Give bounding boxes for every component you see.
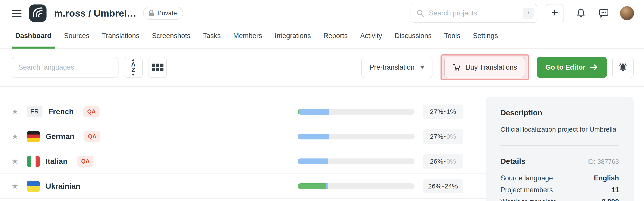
language-row[interactable]: ★ German QA 27% • 0% [0, 124, 486, 149]
go-to-editor-button[interactable]: Go to Editor [537, 57, 607, 78]
detail-label: Words to translate [500, 198, 556, 201]
create-project-button[interactable]: + [546, 4, 564, 22]
translated-segment [298, 158, 328, 164]
bullet-separator: • [444, 134, 446, 139]
qa-issues-badge[interactable]: QA [77, 156, 94, 167]
pre-translation-button[interactable]: Pre-translation [361, 57, 432, 78]
progress-label: 26% • 24% [422, 179, 463, 193]
language-flag [27, 156, 40, 167]
star-icon[interactable]: ★ [12, 182, 22, 190]
shortcut-hint: / [523, 8, 534, 19]
project-updates-button[interactable] [612, 57, 634, 78]
language-flag [27, 181, 40, 192]
notifications-button[interactable] [575, 8, 587, 19]
tab-dashboard[interactable]: Dashboard [12, 27, 55, 48]
project-details-card: Description Official localization projec… [486, 97, 634, 201]
lock-icon [148, 10, 155, 17]
language-search[interactable] [12, 57, 118, 78]
detail-label: Source language [500, 174, 553, 182]
menu-button[interactable] [12, 10, 22, 17]
description-title: Description [500, 108, 619, 117]
detail-value: 11 [612, 186, 619, 194]
tab-tools[interactable]: Tools [440, 27, 464, 48]
star-icon[interactable]: ★ [12, 133, 22, 140]
arrow-right-icon [590, 64, 598, 71]
language-flag [27, 131, 40, 142]
project-nav: Dashboard Sources Translations Screensho… [0, 27, 644, 49]
sort-languages-button[interactable]: A Z [124, 57, 143, 78]
divider [500, 145, 619, 146]
avatar[interactable] [620, 6, 634, 20]
bullet-separator: • [444, 109, 446, 115]
project-search-input[interactable] [428, 9, 520, 18]
tab-tasks[interactable]: Tasks [200, 27, 224, 48]
bell-icon [575, 8, 587, 19]
crowdin-project-dashboard: m.ross / Umbrel… Private / + [0, 0, 644, 201]
detail-row: Words to translate 2 898 [500, 198, 619, 201]
language-name: French [48, 107, 74, 116]
progress-label: 27% • 0% [422, 129, 463, 144]
pre-translation-label: Pre-translation [370, 63, 414, 71]
qa-issues-badge[interactable]: QA [84, 131, 100, 142]
messages-button[interactable] [598, 8, 610, 19]
chevron-down-icon [420, 66, 424, 69]
main-content: ★ FR French QA 27% • 1% ★ German QA 27% … [0, 87, 644, 201]
tab-integrations[interactable]: Integrations [271, 27, 314, 48]
search-icon [416, 9, 425, 18]
tab-translations[interactable]: Translations [98, 27, 143, 48]
detail-row: Source language English [500, 174, 619, 182]
progress-bar [298, 134, 414, 139]
tab-discussions[interactable]: Discussions [391, 27, 435, 48]
buy-translations-label: Buy Translations [466, 63, 517, 71]
annotation-highlight: Buy Translations [440, 54, 529, 80]
detail-value: English [594, 174, 619, 182]
crowdin-logo-icon[interactable] [29, 5, 46, 22]
progress-label: 26% • 0% [422, 154, 463, 168]
description-text: Official localization project for Umbrel… [500, 126, 619, 133]
progress-label: 27% • 1% [422, 105, 463, 119]
details-title: Details [500, 157, 526, 166]
ringing-bell-icon [617, 62, 629, 73]
sort-alphabetical-icon: A Z [131, 59, 136, 76]
breadcrumb[interactable]: m.ross / Umbrel… [54, 8, 136, 19]
grid-icon [152, 64, 164, 71]
grid-view-button[interactable] [148, 57, 167, 78]
detail-value: 2 898 [602, 198, 619, 201]
bullet-separator: • [442, 183, 444, 189]
language-row[interactable]: ★ Italian QA 26% • 0% [0, 149, 486, 174]
detail-label: Project members [500, 186, 553, 194]
language-list: ★ FR French QA 27% • 1% ★ German QA 27% … [0, 99, 486, 199]
detail-row: Project members 11 [500, 186, 619, 194]
progress-bar [298, 183, 414, 189]
tab-activity[interactable]: Activity [357, 27, 386, 48]
top-header: m.ross / Umbrel… Private / + [0, 0, 644, 27]
language-row[interactable]: ★ Ukrainian 26% • 24% [0, 174, 486, 199]
tab-reports[interactable]: Reports [320, 27, 351, 48]
dashboard-toolbar: A Z Pre-translation Buy Translations [0, 49, 644, 87]
cart-icon [452, 63, 462, 72]
bullet-separator: • [444, 158, 446, 164]
approved-segment [298, 109, 300, 115]
tab-members[interactable]: Members [230, 27, 266, 48]
go-to-editor-label: Go to Editor [546, 63, 586, 71]
project-search[interactable]: / [410, 4, 537, 23]
crowdin-logo-glyph [29, 5, 46, 22]
project-id: ID: 387763 [587, 158, 619, 165]
qa-issues-badge[interactable]: QA [84, 106, 100, 117]
tab-settings[interactable]: Settings [469, 27, 502, 48]
language-code-badge: FR [27, 106, 42, 117]
language-search-input[interactable] [18, 63, 112, 72]
translated-segment [300, 109, 329, 115]
privacy-label: Private [158, 10, 177, 17]
tab-sources[interactable]: Sources [60, 27, 93, 48]
language-row[interactable]: ★ FR French QA 27% • 1% [0, 99, 486, 124]
tab-screenshots[interactable]: Screenshots [148, 27, 194, 48]
star-icon[interactable]: ★ [12, 108, 22, 115]
language-name: Italian [46, 157, 68, 166]
star-icon[interactable]: ★ [12, 158, 22, 165]
buy-translations-button[interactable]: Buy Translations [444, 57, 525, 78]
chat-icon [598, 8, 610, 19]
privacy-badge: Private [143, 7, 183, 20]
progress-bar [298, 109, 414, 115]
translated-segment [298, 134, 329, 139]
